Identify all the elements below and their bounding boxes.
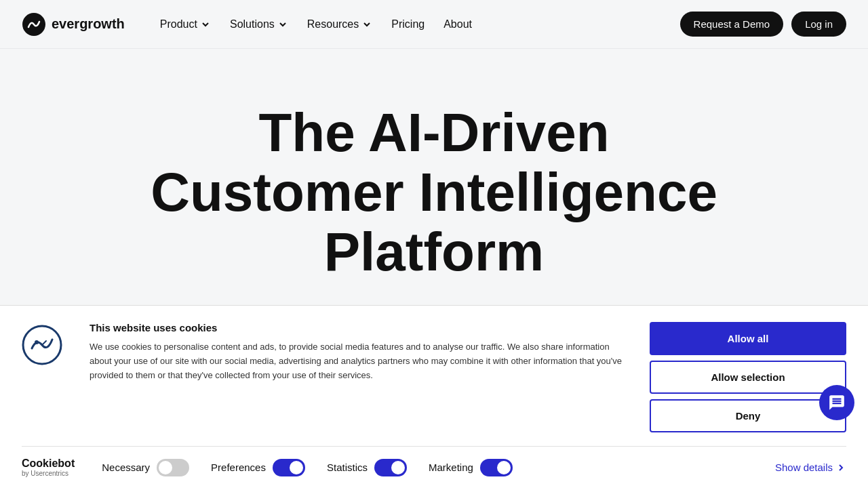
cookie-description: We use cookies to personalise content an… [90, 340, 623, 382]
allow-selection-button[interactable]: Allow selection [650, 361, 846, 394]
allow-all-button[interactable]: Allow all [650, 322, 846, 355]
request-demo-button[interactable]: Request a Demo [680, 12, 784, 37]
nav-item-solutions-label: Solutions [230, 18, 275, 30]
show-details-text: Show details [775, 462, 833, 473]
toggle-necessary-label: Necessary [102, 462, 150, 473]
deny-button[interactable]: Deny [650, 399, 846, 432]
nav-item-resources[interactable]: Resources [299, 13, 380, 36]
nav-item-pricing-label: Pricing [391, 18, 425, 30]
navbar: evergrowth Product Solutions Resources P… [0, 0, 868, 49]
cookiebot-name: Cookiebot [22, 458, 75, 470]
statistics-toggle[interactable] [374, 459, 407, 476]
cookie-logo-icon [22, 325, 62, 365]
chat-icon [828, 394, 846, 411]
chevron-right-icon [835, 462, 846, 473]
toggle-statistics: Statistics [327, 459, 407, 476]
login-button[interactable]: Log in [791, 12, 846, 37]
logo-text: evergrowth [52, 16, 125, 32]
toggle-preferences: Preferences [211, 459, 305, 476]
cookie-banner: This website uses cookies We use cookies… [0, 305, 868, 488]
toggle-statistics-label: Statistics [327, 462, 368, 473]
toggle-preferences-label: Preferences [211, 462, 266, 473]
toggle-marketing-label: Marketing [429, 462, 473, 473]
chevron-down-icon [277, 19, 288, 30]
necessary-toggle[interactable] [157, 459, 189, 476]
cookie-main: This website uses cookies We use cookies… [22, 322, 846, 432]
cookiebot-logo: Cookiebot by Usercentrics [22, 458, 75, 477]
nav-item-product[interactable]: Product [152, 13, 219, 36]
nav-item-solutions[interactable]: Solutions [222, 13, 296, 36]
nav-item-product-label: Product [160, 18, 197, 30]
toggle-marketing: Marketing [429, 459, 513, 476]
nav-item-about[interactable]: About [435, 13, 480, 36]
chevron-down-icon [361, 19, 372, 30]
nav-links: Product Solutions Resources Pricing Abou… [152, 13, 680, 36]
cookiebot-sub: by Usercentrics [22, 470, 75, 477]
hero-title: The AI-Driven Customer Intelligence Plat… [129, 103, 739, 282]
cookie-footer: Cookiebot by Usercentrics Necessary Pref… [22, 446, 846, 488]
nav-item-pricing[interactable]: Pricing [383, 13, 433, 36]
cookie-brand-logo [22, 325, 62, 365]
logo-link[interactable]: evergrowth [22, 12, 125, 37]
cookie-actions: Allow all Allow selection Deny [650, 322, 846, 432]
hero-content: The AI-Driven Customer Intelligence Plat… [129, 49, 739, 282]
nav-item-about-label: About [443, 18, 472, 30]
cookie-text-area: This website uses cookies We use cookies… [90, 322, 623, 382]
nav-actions: Request a Demo Log in [680, 12, 846, 37]
svg-point-2 [35, 340, 39, 344]
preferences-toggle[interactable] [273, 459, 305, 476]
marketing-toggle[interactable] [480, 459, 513, 476]
chat-bubble-button[interactable] [819, 385, 854, 420]
chevron-down-icon [200, 19, 211, 30]
logo-icon [22, 12, 46, 37]
show-details-link[interactable]: Show details [775, 462, 846, 473]
cookie-title: This website uses cookies [90, 322, 623, 333]
nav-item-resources-label: Resources [307, 18, 359, 30]
toggle-necessary: Necessary [102, 459, 189, 476]
